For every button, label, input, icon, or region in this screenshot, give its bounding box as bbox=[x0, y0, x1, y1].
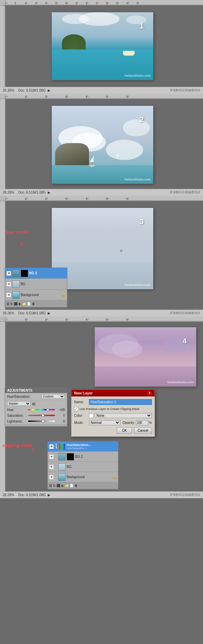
toolbar-adj-icon[interactable]: ◐ bbox=[19, 302, 21, 306]
svg-text:35: 35 bbox=[75, 2, 78, 4]
layer-subname-huesat: Hue/Saturation 1 bbox=[67, 447, 117, 450]
svg-text:30: 30 bbox=[65, 318, 68, 320]
dialog-color-label: Color: bbox=[74, 414, 89, 417]
watermark-cn-1: 罗涛数码后期修图培训 bbox=[170, 88, 200, 93]
zoom-level-1: 26.26% bbox=[3, 89, 14, 92]
adj-hue-row: Hue: +66 bbox=[5, 407, 67, 413]
svg-text:60: 60 bbox=[126, 95, 129, 98]
watermark-2: luotaoshuma.com bbox=[125, 178, 151, 181]
layers-panel-3: 👁 BG 2 👁 BG 👁 Background 🔒 ⛓ fx ⬛ ◐ 📁 📄 … bbox=[5, 268, 67, 308]
dialog-checkbox[interactable]: ✓ bbox=[74, 407, 78, 411]
layer-row-bg2[interactable]: 👁 BG 2 bbox=[5, 268, 67, 279]
crosshair-2: ✛ bbox=[116, 154, 119, 158]
watermark-cn-4: 罗涛数码后期修图培训 bbox=[170, 493, 200, 497]
eye-icon-4-bg[interactable]: 👁 bbox=[49, 465, 54, 469]
svg-text:20: 20 bbox=[45, 2, 48, 4]
section-3: 0 10 20 30 40 50 60 bbox=[0, 196, 203, 316]
svg-text:30: 30 bbox=[65, 2, 68, 4]
section-2: 0 10 20 30 40 50 60 bbox=[0, 94, 203, 196]
eye-icon-4-bg2[interactable]: 👁 bbox=[49, 454, 54, 459]
eye-icon-huesat[interactable]: 👁 bbox=[49, 444, 54, 449]
dialog-color-row: Color: None Red Blue bbox=[74, 413, 152, 418]
adj-channel-select[interactable]: Master Reds Yellows bbox=[7, 401, 31, 406]
dialog-mode-label: Mode: bbox=[74, 421, 89, 425]
toolbar-4-link[interactable]: ⛓ bbox=[49, 484, 52, 487]
svg-text:50: 50 bbox=[106, 2, 109, 4]
layer-thumb-4-bg2-color bbox=[58, 453, 66, 461]
watermark-cn-3: 罗涛数码后期修图培训 bbox=[170, 311, 200, 315]
layer-row-4-background[interactable]: 👁 Background 🔒 bbox=[48, 472, 118, 482]
svg-text:40: 40 bbox=[86, 197, 88, 200]
toolbar-4-trash[interactable]: 🗑 bbox=[74, 484, 77, 487]
status-bar-4: 26.26% Doc: 6.51M/1.08G ▶ 罗涛数码后期修图培训 bbox=[0, 491, 203, 498]
toolbar-group-icon[interactable]: 📁 bbox=[22, 302, 26, 306]
layer-row-background[interactable]: 👁 Background 🔒 bbox=[5, 290, 67, 300]
toolbar-4-new[interactable]: 📄 bbox=[70, 484, 73, 487]
adj-hue-label: Hue: bbox=[7, 408, 28, 412]
dialog-ok-button[interactable]: OK bbox=[117, 427, 132, 434]
dialog-mode-select[interactable]: Normal Multiply Screen bbox=[89, 420, 120, 425]
svg-text:45: 45 bbox=[96, 2, 98, 4]
toolbar-mask-icon[interactable]: ⬛ bbox=[14, 302, 18, 306]
layer-thumb-background bbox=[12, 291, 20, 299]
dialog-cancel-button[interactable]: Cancel bbox=[134, 427, 152, 434]
status-bar-2: 26.26% Doc: 6.51M/1.08G ▶ 罗涛数码后期修图培训 bbox=[0, 189, 203, 196]
svg-text:60: 60 bbox=[126, 318, 129, 320]
layer-thumb-4-bg2-mask bbox=[67, 453, 74, 461]
ruler-top-2: 0 10 20 30 40 50 60 bbox=[0, 94, 203, 99]
svg-text:60: 60 bbox=[126, 197, 129, 200]
svg-text:30: 30 bbox=[65, 197, 68, 200]
zoom-level-3: 26.26% bbox=[3, 311, 14, 315]
layer-name-4-bg2: BG 2 bbox=[75, 455, 83, 458]
arrow-down-right: ↘ bbox=[19, 240, 24, 247]
toolbar-link-icon[interactable]: ⛓ bbox=[6, 302, 9, 306]
dialog-mode-row: Mode: Normal Multiply Screen Opacity: % bbox=[74, 420, 152, 425]
layer-row-bg[interactable]: 👁 BG bbox=[5, 279, 67, 290]
dialog-name-input[interactable] bbox=[89, 399, 152, 405]
eye-icon-bg2[interactable]: 👁 bbox=[6, 271, 11, 276]
dialog-title: New Layer bbox=[74, 391, 93, 395]
toolbar-4-mask[interactable]: ⬛ bbox=[57, 484, 60, 487]
svg-text:50: 50 bbox=[106, 197, 109, 200]
canvas-1: 1 luotaoshuma.com bbox=[52, 12, 153, 80]
eye-icon-4-background[interactable]: 👁 bbox=[49, 475, 54, 480]
svg-text:40: 40 bbox=[86, 2, 88, 4]
dialog-close-button[interactable]: ✕ bbox=[147, 391, 152, 395]
toolbar-fx-icon[interactable]: fx bbox=[10, 302, 13, 306]
adj-channel-row: Master Reds Yellows ▤ bbox=[5, 400, 67, 407]
adj-colorize-icon: ▤ bbox=[32, 402, 35, 406]
adjustments-panel: ADJUSTMENTS Hue/Saturation Custom Defaul… bbox=[5, 388, 67, 427]
svg-text:55: 55 bbox=[116, 2, 119, 4]
step-number-4: 4 bbox=[183, 337, 187, 346]
layer-mask-label: layer mask bbox=[5, 230, 27, 235]
eye-icon-background[interactable]: 👁 bbox=[6, 293, 11, 297]
step-number-3: 3 bbox=[140, 217, 144, 226]
toolbar-new-icon[interactable]: 📄 bbox=[27, 302, 31, 306]
svg-text:20: 20 bbox=[45, 197, 48, 200]
dialog-checkbox-row: ✓ Use Previous Layer to Create Clipping … bbox=[74, 407, 152, 411]
dialog-opacity-input[interactable] bbox=[136, 420, 148, 425]
ruler-top-4: 0 10 20 30 40 50 60 bbox=[0, 316, 203, 322]
adj-light-row: Lightness: 0 bbox=[5, 418, 67, 424]
svg-text:15: 15 bbox=[35, 2, 38, 4]
dialog-color-select[interactable]: None Red Blue bbox=[95, 413, 152, 418]
svg-text:25: 25 bbox=[55, 2, 58, 4]
watermark-cn-2: 罗涛数码后期修图培训 bbox=[170, 190, 200, 195]
layer-row-4-bg2[interactable]: 👁 BG 2 bbox=[48, 452, 118, 462]
layer-row-huesat[interactable]: 👁 Hue/Saturation... Hue/Saturation 1 bbox=[48, 442, 118, 452]
section-1: 0 5 10 15 20 25 30 35 40 45 50 bbox=[0, 0, 203, 94]
toolbar-4-group[interactable]: 📁 bbox=[65, 484, 69, 487]
toolbar-4-adj[interactable]: ◐ bbox=[61, 484, 64, 487]
toolbar-trash-icon[interactable]: 🗑 bbox=[32, 302, 35, 306]
dialog-opacity-unit: % bbox=[149, 421, 152, 425]
eye-icon-bg[interactable]: 👁 bbox=[6, 282, 11, 287]
adj-sat-label: Saturation: bbox=[7, 414, 28, 417]
watermark-4: luotaoshuma.com bbox=[167, 380, 194, 384]
doc-size-1: Doc: 6.51M/1.08G bbox=[18, 89, 46, 92]
layer-name-bg2: BG 2 bbox=[29, 271, 37, 275]
layer-row-4-bg[interactable]: 👁 BG bbox=[48, 462, 118, 472]
toolbar-4-fx[interactable]: fx bbox=[53, 484, 55, 487]
adj-preset-select[interactable]: Custom Default bbox=[41, 394, 65, 399]
svg-text:0: 0 bbox=[6, 95, 7, 98]
status-bar-3: 26.26% Doc: 6.51M/1.08G ▶ 罗涛数码后期修图培训 bbox=[0, 310, 203, 316]
